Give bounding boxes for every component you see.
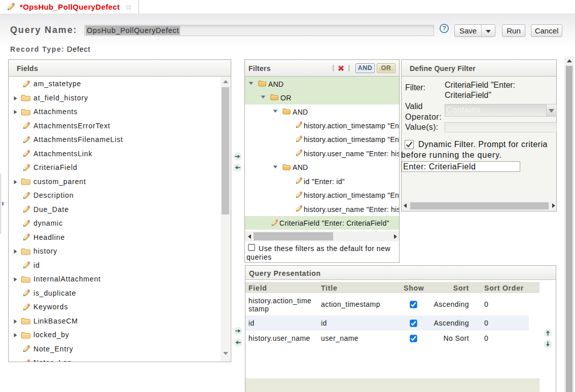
svg-text:?: ? bbox=[442, 25, 446, 32]
